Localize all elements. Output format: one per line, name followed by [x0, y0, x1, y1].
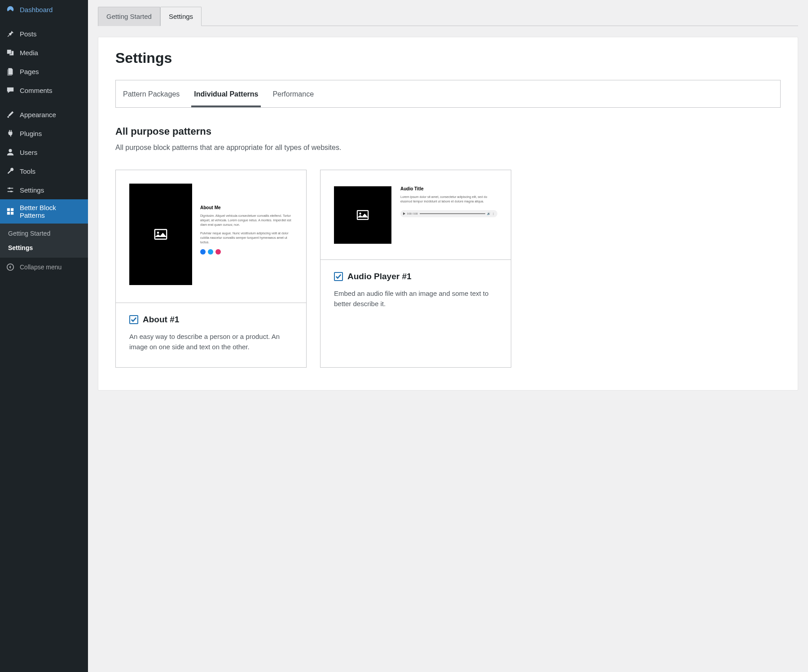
collapse-icon [5, 262, 15, 272]
main-content: Getting Started Settings Settings Patter… [88, 0, 808, 672]
collapse-menu-button[interactable]: Collapse menu [0, 258, 88, 277]
sidebar-submenu: Getting Started Settings [0, 224, 88, 258]
tab-getting-started[interactable]: Getting Started [98, 7, 160, 26]
pattern-title: Audio Player #1 [347, 272, 412, 281]
svg-rect-5 [7, 212, 10, 215]
pattern-checkbox[interactable] [334, 272, 343, 281]
sliders-icon [5, 185, 15, 195]
sidebar-item-better-block-patterns[interactable]: Better Block Patterns [0, 199, 88, 224]
preview-heading: About Me [200, 205, 293, 210]
sidebar-item-users[interactable]: Users [0, 143, 88, 162]
dashboard-icon [5, 4, 15, 14]
volume-icon: 🔊 [487, 212, 490, 215]
audio-player: 0:00 / 0:00 🔊 ⋮ [400, 210, 497, 217]
instagram-icon [215, 249, 221, 255]
sidebar-item-label: Posts [20, 30, 37, 38]
media-icon [5, 48, 15, 57]
sidebar-item-label: Media [20, 49, 38, 57]
pattern-description: Embed an audio file with an image and so… [334, 289, 497, 309]
submenu-item-settings[interactable]: Settings [0, 241, 88, 255]
wrench-icon [5, 166, 15, 176]
settings-panel: Settings Pattern Packages Individual Pat… [98, 37, 798, 391]
pattern-checkbox[interactable] [129, 315, 138, 324]
svg-point-9 [157, 232, 159, 234]
svg-rect-3 [7, 208, 10, 211]
inner-tab-individual-patterns[interactable]: Individual Patterns [187, 80, 265, 107]
play-icon [403, 212, 405, 215]
sidebar-item-label: Plugins [20, 130, 42, 137]
progress-bar [420, 213, 485, 214]
brush-icon [5, 110, 15, 119]
svg-rect-8 [155, 229, 167, 239]
section-title: All purpose patterns [115, 126, 781, 137]
sidebar-item-tools[interactable]: Tools [0, 162, 88, 180]
pattern-card-audio-player-1: Audio Title Lorem ipsum dolor sit amet, … [320, 170, 511, 368]
pattern-preview: About Me Dignissim. Aliquet vehicula con… [116, 170, 306, 303]
inner-tab-pattern-packages[interactable]: Pattern Packages [116, 80, 187, 107]
user-icon [5, 147, 15, 157]
sidebar-item-label: Dashboard [20, 6, 53, 13]
svg-rect-6 [11, 212, 13, 215]
plug-icon [5, 128, 15, 138]
svg-point-11 [359, 213, 361, 215]
sidebar-item-media[interactable]: Media [0, 43, 88, 62]
svg-point-0 [9, 149, 12, 152]
menu-icon: ⋮ [492, 212, 495, 215]
pattern-cards: About Me Dignissim. Aliquet vehicula con… [115, 170, 781, 368]
sidebar-item-label: Appearance [20, 111, 56, 119]
svg-rect-10 [357, 211, 368, 220]
svg-point-1 [9, 188, 10, 189]
section-description: All purpose block patterns that are appr… [115, 144, 781, 152]
admin-sidebar: Dashboard Posts Media Pages Comments App… [0, 0, 88, 672]
player-time: 0:00 / 0:00 [407, 212, 418, 215]
pattern-preview: Audio Title Lorem ipsum dolor sit amet, … [321, 170, 511, 260]
sidebar-item-settings[interactable]: Settings [0, 180, 88, 199]
submenu-item-getting-started[interactable]: Getting Started [0, 226, 88, 241]
sidebar-item-label: Comments [20, 87, 53, 94]
sidebar-item-appearance[interactable]: Appearance [0, 105, 88, 124]
preview-paragraph: Lorem ipsum dolor sit amet, consectetur … [400, 195, 497, 204]
sidebar-item-label: Pages [20, 68, 39, 75]
image-placeholder [129, 184, 192, 285]
sidebar-item-label: Better Block Patterns [20, 204, 83, 219]
sidebar-item-posts[interactable]: Posts [0, 24, 88, 43]
pattern-description: An easy way to describe a person or a pr… [129, 332, 293, 352]
pages-icon [5, 66, 15, 76]
social-icons [200, 249, 293, 255]
preview-heading: Audio Title [400, 186, 497, 191]
sidebar-item-dashboard[interactable]: Dashboard [0, 0, 88, 19]
pattern-title: About #1 [143, 315, 179, 325]
sidebar-item-label: Tools [20, 167, 35, 175]
pattern-card-about-1: About Me Dignissim. Aliquet vehicula con… [115, 170, 307, 368]
sidebar-item-plugins[interactable]: Plugins [0, 124, 88, 143]
image-placeholder [334, 186, 391, 244]
sidebar-item-comments[interactable]: Comments [0, 81, 88, 100]
preview-paragraph: Pulvinar neque augue. Nunc vestibulum ad… [200, 231, 293, 244]
preview-paragraph: Dignissim. Aliquet vehicula consectetuer… [200, 214, 293, 227]
comments-icon [5, 85, 15, 95]
svg-point-2 [10, 191, 12, 193]
facebook-icon [200, 249, 206, 255]
top-tab-nav: Getting Started Settings [98, 6, 798, 26]
inner-tab-performance[interactable]: Performance [265, 80, 321, 107]
inner-tab-nav: Pattern Packages Individual Patterns Per… [115, 80, 781, 108]
sidebar-item-pages[interactable]: Pages [0, 62, 88, 81]
collapse-label: Collapse menu [20, 264, 61, 271]
pin-icon [5, 29, 15, 39]
svg-rect-4 [11, 208, 13, 211]
tab-settings[interactable]: Settings [160, 7, 202, 26]
page-title: Settings [115, 50, 781, 66]
twitter-icon [208, 249, 213, 255]
blocks-icon [5, 206, 15, 216]
sidebar-item-label: Settings [20, 186, 44, 194]
sidebar-item-label: Users [20, 149, 37, 156]
